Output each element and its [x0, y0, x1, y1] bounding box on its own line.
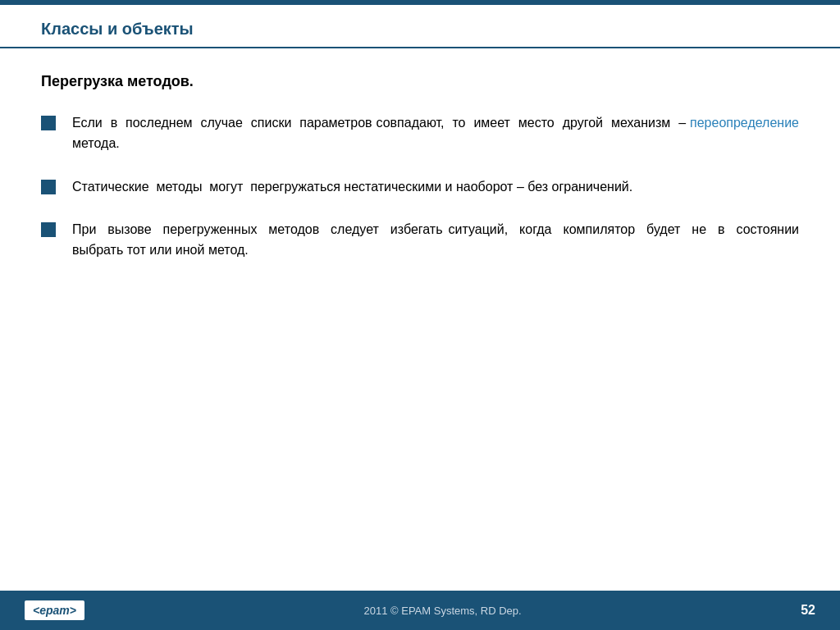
slide-content: Перегрузка методов. Если в последнем слу… [0, 48, 840, 591]
bullet-text: При вызове перегруженных методов следует… [72, 220, 799, 261]
footer-page-number: 52 [801, 603, 815, 618]
bullet-text: Статические методы могут перегружаться н… [72, 177, 799, 198]
slide-footer: <epam> 2011 © EPAM Systems, RD Dep. 52 [0, 591, 840, 630]
list-item: Статические методы могут перегружаться н… [41, 177, 799, 198]
bullet-list: Если в последнем случае списки параметро… [41, 113, 799, 261]
footer-copyright: 2011 © EPAM Systems, RD Dep. [364, 605, 522, 617]
slide-header: Классы и объекты [0, 5, 840, 48]
highlight-text: переопределение [690, 116, 799, 130]
list-item: Если в последнем случае списки параметро… [41, 113, 799, 154]
list-item: При вызове перегруженных методов следует… [41, 220, 799, 261]
bullet-icon [41, 116, 56, 130]
section-title: Перегрузка методов. [41, 73, 799, 90]
slide-title: Классы и объекты [41, 20, 194, 38]
bullet-icon [41, 180, 56, 194]
bullet-text: Если в последнем случае списки параметро… [72, 113, 799, 154]
bullet-icon [41, 222, 56, 237]
slide: Классы и объекты Перегрузка методов. Есл… [0, 0, 840, 630]
footer-logo: <epam> [25, 600, 84, 620]
